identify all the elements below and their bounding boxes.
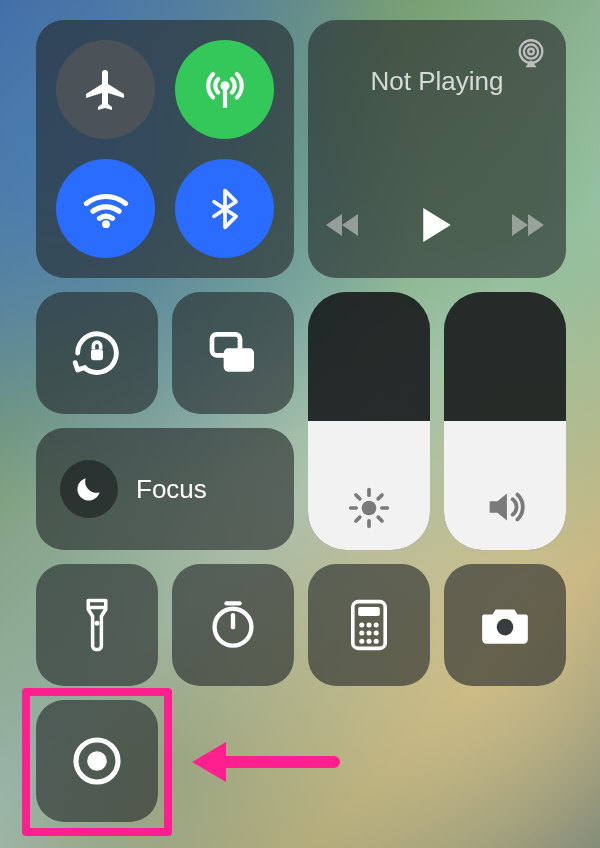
bluetooth-toggle[interactable]	[175, 159, 274, 258]
svg-point-26	[366, 622, 371, 627]
svg-line-16	[356, 517, 360, 521]
focus-button[interactable]: Focus	[36, 428, 294, 550]
svg-point-31	[359, 639, 364, 644]
orientation-lock-button[interactable]	[36, 292, 158, 414]
camera-icon	[478, 603, 532, 647]
fast-forward-button[interactable]	[510, 210, 550, 240]
brightness-slider[interactable]	[308, 292, 430, 550]
svg-rect-1	[222, 88, 226, 107]
connectivity-panel	[36, 20, 294, 278]
svg-rect-24	[358, 607, 380, 616]
volume-slider[interactable]	[444, 292, 566, 550]
now-playing-label: Not Playing	[371, 66, 504, 97]
play-icon	[420, 206, 454, 244]
media-controls	[324, 206, 550, 244]
screen-mirroring-button[interactable]	[172, 292, 294, 414]
flashlight-button[interactable]	[36, 564, 158, 686]
svg-point-27	[374, 622, 379, 627]
screen-mirroring-icon	[205, 325, 261, 381]
now-playing-panel[interactable]: Not Playing	[308, 20, 566, 278]
svg-point-9	[362, 501, 377, 516]
svg-line-17	[378, 495, 382, 499]
svg-point-25	[359, 622, 364, 627]
focus-icon-circle	[60, 460, 118, 518]
svg-line-15	[378, 517, 382, 521]
play-button[interactable]	[420, 206, 454, 244]
volume-icon	[482, 484, 528, 530]
svg-point-34	[497, 619, 514, 636]
cellular-data-toggle[interactable]	[175, 40, 274, 139]
svg-point-28	[359, 631, 364, 636]
calculator-button[interactable]	[308, 564, 430, 686]
flashlight-icon	[76, 597, 118, 653]
bluetooth-icon	[203, 187, 247, 231]
airplane-mode-toggle[interactable]	[56, 40, 155, 139]
focus-label: Focus	[136, 474, 207, 505]
camera-button[interactable]	[444, 564, 566, 686]
brightness-icon	[347, 486, 391, 530]
annotation-arrow-icon	[184, 732, 344, 792]
airplane-icon	[82, 66, 130, 114]
orientation-lock-icon	[68, 324, 126, 382]
svg-point-33	[374, 639, 379, 644]
svg-point-5	[528, 49, 534, 55]
rewind-icon	[324, 210, 364, 240]
svg-rect-8	[224, 348, 254, 371]
rewind-button[interactable]	[324, 210, 364, 240]
calculator-icon	[347, 598, 391, 652]
timer-button[interactable]	[172, 564, 294, 686]
svg-point-19	[95, 621, 100, 626]
svg-point-30	[374, 631, 379, 636]
airplay-button[interactable]	[514, 36, 548, 70]
moon-icon	[73, 473, 105, 505]
svg-point-32	[366, 639, 371, 644]
svg-point-4	[524, 45, 538, 59]
svg-point-2	[102, 220, 110, 228]
airplay-icon	[514, 36, 548, 70]
annotation-highlight-box	[22, 688, 172, 836]
wifi-icon	[80, 183, 132, 235]
fast-forward-icon	[510, 210, 550, 240]
timer-icon	[207, 599, 259, 651]
wifi-toggle[interactable]	[56, 159, 155, 258]
svg-point-29	[366, 631, 371, 636]
svg-line-14	[356, 495, 360, 499]
svg-rect-6	[91, 349, 103, 360]
antenna-icon	[200, 65, 250, 115]
